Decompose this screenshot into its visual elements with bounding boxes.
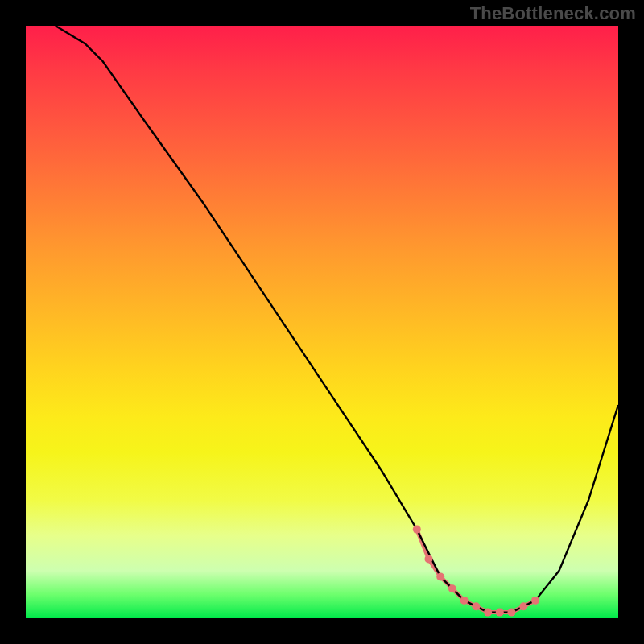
highlight-dot: [496, 609, 504, 617]
highlight-dot: [531, 597, 539, 605]
plot-svg: [26, 26, 618, 618]
highlight-dot: [448, 584, 456, 592]
highlight-dot: [484, 609, 492, 617]
highlight-segment: [417, 530, 535, 613]
main-curve: [56, 26, 618, 613]
plot-area: [26, 26, 618, 618]
highlight-dot: [472, 602, 480, 610]
highlight-dot: [508, 609, 516, 617]
attribution-text: TheBottleneck.com: [470, 3, 636, 24]
highlight-dot: [460, 597, 469, 605]
highlight-dot: [425, 555, 433, 563]
highlight-dots: [413, 526, 539, 617]
highlight-dot: [519, 602, 527, 610]
chart-frame: TheBottleneck.com: [0, 0, 644, 644]
highlight-dot: [436, 573, 444, 581]
highlight-dot: [413, 526, 421, 534]
